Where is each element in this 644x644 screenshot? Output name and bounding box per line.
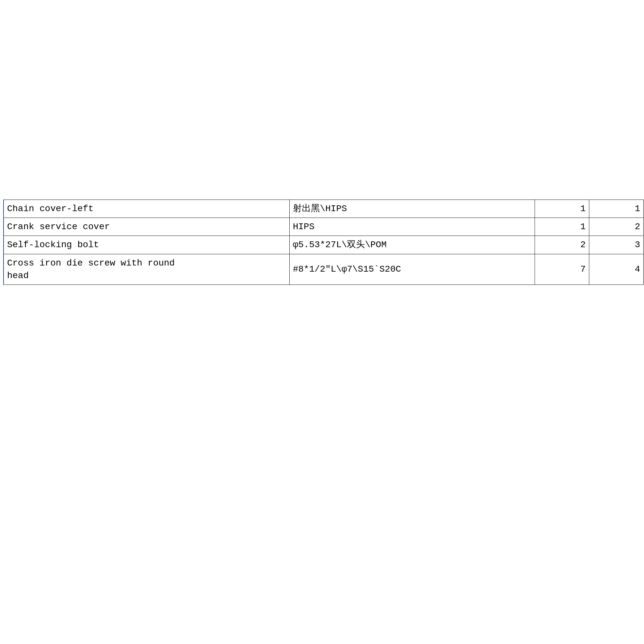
item-number-cell: 1 <box>589 200 643 218</box>
material-cell: φ5.53*27L\双头\POM <box>289 236 535 254</box>
page-container: Chain cover-left射出黑\HIPS11Crank service … <box>0 0 644 644</box>
parts-table: Chain cover-left射出黑\HIPS11Crank service … <box>3 200 644 285</box>
item-number-cell: 2 <box>589 218 643 236</box>
table-wrapper: Chain cover-left射出黑\HIPS11Crank service … <box>3 200 644 285</box>
part-name-cell: Self-locking bolt <box>4 236 289 254</box>
table-row: Cross iron die screw with roundhead#8*1/… <box>4 254 644 285</box>
table-row: Self-locking boltφ5.53*27L\双头\POM23 <box>4 236 644 254</box>
quantity-cell: 1 <box>535 218 589 236</box>
part-name-cell: Cross iron die screw with roundhead <box>4 254 289 285</box>
quantity-cell: 7 <box>535 254 589 285</box>
item-number-cell: 3 <box>589 236 643 254</box>
table-row: Crank service coverHIPS12 <box>4 218 644 236</box>
material-cell: 射出黑\HIPS <box>289 200 535 218</box>
part-name-cell: Chain cover-left <box>4 200 289 218</box>
material-cell: #8*1/2″L\φ7\S15`S20C <box>289 254 535 285</box>
quantity-cell: 2 <box>535 236 589 254</box>
material-cell: HIPS <box>289 218 535 236</box>
quantity-cell: 1 <box>535 200 589 218</box>
part-name-cell: Crank service cover <box>4 218 289 236</box>
table-row: Chain cover-left射出黑\HIPS11 <box>4 200 644 218</box>
item-number-cell: 4 <box>589 254 643 285</box>
